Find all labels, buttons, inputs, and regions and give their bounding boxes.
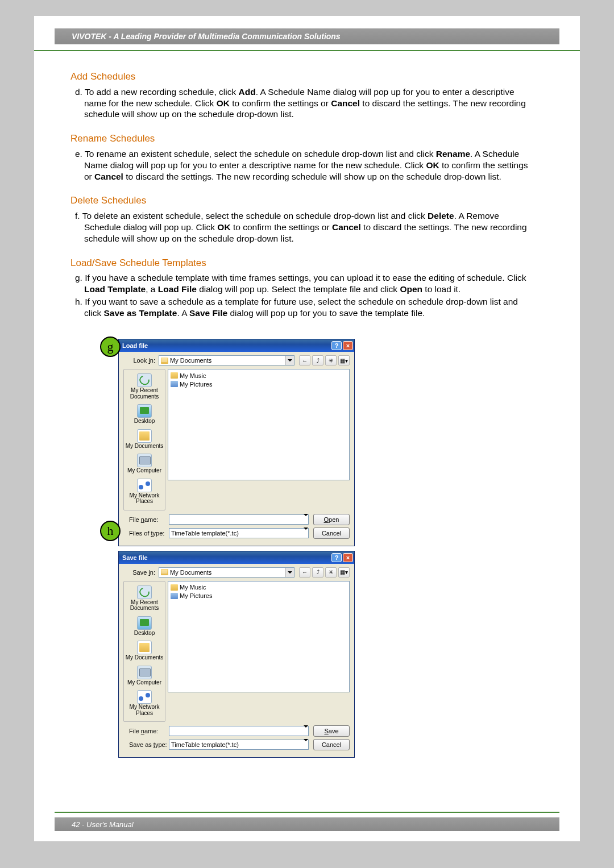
callout-g: g bbox=[100, 337, 121, 357]
mydocs-icon bbox=[137, 429, 152, 443]
lookin-label: Look in: bbox=[123, 357, 159, 364]
savein-combo[interactable]: My Documents bbox=[159, 567, 294, 578]
file-list[interactable]: My Music My Pictures bbox=[168, 581, 350, 692]
list-item[interactable]: My Music bbox=[171, 583, 347, 592]
para-template-h: h. If you want to save a schedule as a t… bbox=[70, 296, 537, 319]
chevron-down-icon[interactable] bbox=[304, 728, 308, 734]
heading-delete-schedules: Delete Schedules bbox=[70, 194, 537, 207]
header-accent bbox=[34, 50, 580, 51]
folder-icon bbox=[171, 372, 178, 379]
close-icon[interactable]: × bbox=[343, 341, 353, 350]
place-mycomp[interactable]: My Computer bbox=[124, 664, 165, 689]
file-list[interactable]: My Music My Pictures bbox=[168, 369, 350, 480]
filename-input[interactable] bbox=[169, 726, 309, 736]
content-area: Add Schedules d. To add a new recording … bbox=[70, 70, 537, 320]
save-titlebar[interactable]: Save file ? × bbox=[119, 551, 354, 564]
place-desktop[interactable]: Desktop bbox=[124, 402, 165, 427]
list-item[interactable]: My Music bbox=[171, 371, 347, 380]
folder-icon bbox=[171, 593, 178, 599]
folder-icon bbox=[171, 381, 178, 387]
recent-icon bbox=[137, 373, 152, 387]
up-one-level-icon[interactable]: ⤴ bbox=[312, 567, 323, 578]
heading-rename-schedules: Rename Schedules bbox=[70, 132, 537, 145]
chevron-down-icon[interactable] bbox=[304, 516, 308, 523]
savetype-label: Save as type: bbox=[123, 741, 169, 748]
filetype-combo[interactable]: TimeTable template(*.tc) bbox=[169, 528, 309, 538]
mynetwork-icon bbox=[137, 690, 152, 704]
savein-value: My Documents bbox=[170, 569, 211, 576]
place-desktop[interactable]: Desktop bbox=[124, 614, 165, 639]
up-one-level-icon[interactable]: ⤴ bbox=[312, 355, 323, 366]
views-icon[interactable]: ▦▾ bbox=[338, 567, 350, 578]
back-icon[interactable]: ← bbox=[299, 355, 310, 366]
list-item[interactable]: My Pictures bbox=[171, 592, 347, 600]
folder-icon bbox=[161, 358, 168, 364]
mycomputer-icon bbox=[137, 454, 152, 467]
cancel-button[interactable]: Cancel bbox=[313, 739, 350, 750]
para-delete: f. To delete an existent schedule, selec… bbox=[70, 210, 537, 244]
list-item[interactable]: My Pictures bbox=[171, 380, 347, 388]
lookin-value: My Documents bbox=[170, 357, 211, 364]
load-titlebar[interactable]: Load file ? × bbox=[119, 339, 354, 352]
page: VIVOTEK - A Leading Provider of Multimed… bbox=[34, 16, 580, 841]
places-bar: My Recent Documents Desktop My Documents… bbox=[123, 581, 165, 722]
load-title: Load file bbox=[122, 342, 148, 349]
desktop-icon bbox=[137, 616, 152, 630]
back-icon[interactable]: ← bbox=[299, 567, 310, 578]
callout-h: h bbox=[100, 521, 121, 541]
folder-icon bbox=[161, 569, 168, 575]
place-mycomp[interactable]: My Computer bbox=[124, 452, 165, 477]
help-icon[interactable]: ? bbox=[331, 553, 342, 562]
page-header: VIVOTEK - A Leading Provider of Multimed… bbox=[55, 28, 559, 44]
filename-label: File name: bbox=[123, 516, 169, 523]
header-title: VIVOTEK - A Leading Provider of Multimed… bbox=[72, 32, 341, 41]
help-icon[interactable]: ? bbox=[331, 341, 342, 350]
filetype-label: Files of type: bbox=[123, 530, 169, 537]
new-folder-icon[interactable]: ✳ bbox=[325, 355, 337, 366]
para-rename: e. To rename an existent schedule, selec… bbox=[70, 148, 537, 182]
folder-icon bbox=[171, 584, 178, 591]
place-mydocs[interactable]: My Documents bbox=[124, 427, 165, 452]
savetype-combo[interactable]: TimeTable template(*.tc) bbox=[169, 740, 309, 750]
chevron-down-icon[interactable] bbox=[304, 741, 308, 748]
page-footer: 42 - User's Manual bbox=[55, 817, 559, 831]
para-template-g: g. If you have a schedule template with … bbox=[70, 272, 537, 295]
filename-label: File name: bbox=[123, 728, 169, 734]
place-mynet[interactable]: My Network Places bbox=[124, 688, 165, 719]
place-mydocs[interactable]: My Documents bbox=[124, 639, 165, 664]
close-icon[interactable]: × bbox=[343, 553, 353, 562]
lookin-combo[interactable]: My Documents bbox=[159, 355, 294, 366]
recent-icon bbox=[137, 585, 152, 599]
chevron-down-icon[interactable] bbox=[304, 530, 308, 537]
mycomputer-icon bbox=[137, 666, 152, 679]
mynetwork-icon bbox=[137, 479, 152, 492]
dialog-screenshots: g h Load file ? × Look in: My Documents bbox=[118, 339, 493, 762]
place-mynet[interactable]: My Network Places bbox=[124, 477, 165, 508]
open-button[interactable]: Open bbox=[313, 514, 350, 525]
load-file-dialog: Load file ? × Look in: My Documents ← bbox=[118, 339, 355, 546]
desktop-icon bbox=[137, 404, 152, 418]
heading-add-schedules: Add Schedules bbox=[70, 70, 537, 83]
footer-text: 42 - User's Manual bbox=[72, 820, 134, 829]
views-icon[interactable]: ▦▾ bbox=[338, 355, 350, 366]
chevron-down-icon[interactable] bbox=[285, 356, 294, 365]
places-bar: My Recent Documents Desktop My Documents… bbox=[123, 369, 165, 510]
savein-label: Save in: bbox=[123, 569, 159, 576]
filename-input[interactable] bbox=[169, 514, 309, 525]
para-add: d. To add a new recording schedule, clic… bbox=[70, 86, 537, 120]
save-title: Save file bbox=[122, 554, 148, 561]
save-button[interactable]: Save bbox=[313, 725, 350, 737]
heading-load-save-templates: Load/Save Schedule Templates bbox=[70, 257, 537, 269]
new-folder-icon[interactable]: ✳ bbox=[325, 567, 337, 578]
chevron-down-icon[interactable] bbox=[285, 568, 294, 577]
save-file-dialog: Save file ? × Save in: My Documents ← bbox=[118, 551, 355, 758]
cancel-button[interactable]: Cancel bbox=[313, 528, 350, 539]
footer-accent bbox=[55, 812, 559, 813]
place-recent[interactable]: My Recent Documents bbox=[124, 584, 165, 614]
place-recent[interactable]: My Recent Documents bbox=[124, 372, 165, 402]
mydocs-icon bbox=[137, 641, 152, 654]
